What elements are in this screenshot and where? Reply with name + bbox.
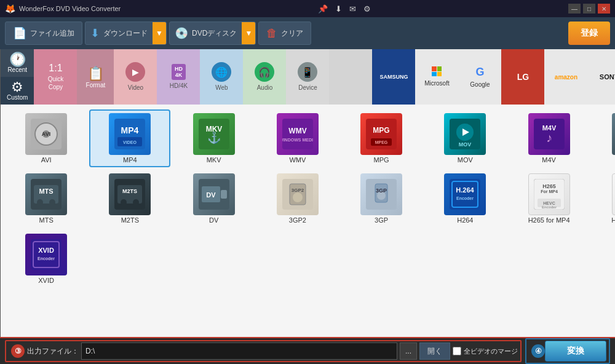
bottom-bar: ③ 出力ファイル： ... 開く 全ビデオのマージ ④ 変換: [0, 337, 615, 364]
format-item-xvid[interactable]: XVID Encoder XVID: [6, 230, 87, 288]
merge-checkbox[interactable]: [453, 347, 461, 355]
hd-icon: HD4K: [172, 64, 186, 80]
format-nav-label: Format: [86, 82, 106, 89]
nav-samsung[interactable]: SAMSUNG: [372, 49, 415, 105]
minimize-button[interactable]: —: [568, 4, 581, 14]
svg-text:XVID: XVID: [38, 247, 54, 254]
format-item-mkv[interactable]: MKV ⚓ MKV: [173, 109, 254, 167]
nav-custom[interactable]: ⚙ Custom: [1, 77, 34, 105]
svg-rect-82: [31, 239, 62, 270]
svg-text:AVI: AVI: [42, 131, 50, 137]
format-item-h265mp4[interactable]: H265 For MP4 HEVC Encoder H265 for MP4: [508, 170, 589, 228]
download-dropdown-arrow[interactable]: ▼: [153, 22, 166, 44]
format-item-dv[interactable]: DV DV: [173, 170, 254, 228]
nav-audio[interactable]: 🎧 Audio: [243, 49, 286, 105]
settings-icon[interactable]: ⚙: [363, 4, 371, 14]
format-item-m4v[interactable]: M4V ♪ M4V: [508, 109, 589, 167]
nav-sony[interactable]: SONY: [587, 49, 615, 105]
nav-device[interactable]: 📱 Device: [286, 49, 329, 105]
download-button[interactable]: ⬇ ダウンロード ▼: [85, 22, 167, 45]
register-button[interactable]: 登録: [568, 22, 610, 45]
m4v-icon: M4V ♪: [528, 113, 570, 155]
format-item-mpg[interactable]: MPG MPEG MPG: [341, 109, 422, 167]
maximize-button[interactable]: □: [583, 4, 595, 14]
browse-button[interactable]: ...: [400, 342, 417, 360]
nav-web[interactable]: 🌐 Web: [200, 49, 243, 105]
svg-text:3GP2: 3GP2: [292, 188, 304, 193]
convert-button[interactable]: 変換: [545, 341, 606, 362]
bottom-section: ③ 出力ファイル： ... 開く 全ビデオのマージ ④ 変換: [5, 338, 610, 364]
3gp2-icon: 3GP2: [277, 173, 319, 215]
svg-text:WINDOWS MEDIA: WINDOWS MEDIA: [282, 138, 313, 142]
close-button[interactable]: ✕: [598, 4, 610, 14]
title-bar: 🦊 WonderFox DVD Video Converter 📌 ⬇ ✉ ⚙ …: [0, 0, 615, 17]
nav-video[interactable]: ▶ Video: [114, 49, 157, 105]
h265mkv-icon: H265 For MKV HEVC Encoder: [612, 173, 615, 215]
add-file-button[interactable]: 📄 ファイル追加: [5, 22, 82, 45]
xvid-icon: XVID Encoder: [25, 234, 67, 275]
open-button[interactable]: 開く: [419, 342, 450, 360]
nav-format[interactable]: 📋 Format: [77, 49, 114, 105]
google-logo: G: [475, 66, 484, 79]
format-item-mts[interactable]: MTS MTS: [6, 170, 87, 228]
format-item-wmv[interactable]: WMV WINDOWS MEDIA WMV: [257, 109, 338, 167]
svg-text:MPEG: MPEG: [375, 140, 388, 144]
nav-lg[interactable]: LG: [501, 49, 544, 105]
format-item-h264[interactable]: H.264 Encoder H264: [424, 170, 506, 228]
right-panel: 🕐 Recent ⚙ Custom 1:1 Quick Copy 📋 Forma…: [1, 49, 615, 337]
audio-icon: 🎧: [255, 62, 274, 82]
avi-icon: AVI: [25, 113, 67, 155]
svg-text:MP4: MP4: [121, 125, 139, 135]
amazon-logo: amazon: [555, 74, 577, 81]
nav-apple[interactable]: [329, 49, 372, 105]
format-nav-icon: 📋: [87, 66, 104, 82]
nav-amazon[interactable]: amazon: [544, 49, 587, 105]
step3-badge: ③: [11, 344, 25, 358]
format-grid: AVI AVI MP4 VIDEO: [1, 105, 615, 337]
nav-recent[interactable]: 🕐 Recent: [1, 49, 34, 77]
nav-microsoft[interactable]: Microsoft: [415, 49, 458, 105]
wmv-icon: WMV WINDOWS MEDIA: [277, 113, 319, 155]
svg-text:DV: DV: [206, 191, 216, 199]
format-item-3gp[interactable]: 3GP 3GP: [341, 170, 422, 228]
format-item-avi[interactable]: AVI AVI: [6, 109, 87, 167]
format-item-m2ts[interactable]: M2TS M2TS: [89, 170, 170, 228]
format-item-3gp2[interactable]: 3GP2 3GP2: [257, 170, 338, 228]
samsung-logo: SAMSUNG: [379, 74, 408, 80]
svg-point-38: [37, 199, 43, 205]
svg-text:3GP: 3GP: [376, 188, 387, 194]
dvd-button[interactable]: 💿 DVDディスク ▼: [169, 22, 256, 45]
svg-text:MOV: MOV: [459, 141, 472, 148]
sony-logo: SONY: [600, 73, 615, 81]
h264-icon: H.264 Encoder: [444, 173, 486, 215]
svg-point-52: [293, 192, 303, 202]
nav-google[interactable]: G Google: [458, 49, 501, 105]
svg-text:VIDEO: VIDEO: [123, 140, 137, 144]
format-nav: 🕐 Recent ⚙ Custom 1:1 Quick Copy 📋 Forma…: [1, 49, 615, 105]
step4-badge: ④: [531, 344, 545, 358]
format-item-mp4[interactable]: MP4 VIDEO MP4: [89, 109, 170, 167]
download-icon[interactable]: ⬇: [335, 4, 342, 14]
lg-logo: LG: [517, 72, 529, 82]
quick-copy-label: Quick Copy: [41, 75, 69, 91]
format-item-h265mkv[interactable]: H265 For MKV HEVC Encoder H265 for MKV: [592, 170, 615, 228]
add-file-icon: 📄: [13, 26, 26, 40]
dvd-dropdown-arrow[interactable]: ▼: [242, 22, 255, 44]
svg-text:Encoder: Encoder: [456, 196, 474, 200]
svg-text:Encoder: Encoder: [542, 205, 557, 209]
svg-text:For MP4: For MP4: [541, 189, 558, 194]
message-icon[interactable]: ✉: [349, 4, 356, 14]
custom-icon: ⚙: [11, 81, 23, 94]
download-icon: ⬇: [90, 26, 100, 40]
pin-icon[interactable]: 📌: [318, 4, 328, 14]
svg-text:H.264: H.264: [456, 186, 475, 194]
format-item-vob[interactable]: VOB VOB: [592, 109, 615, 167]
output-path-input[interactable]: [81, 342, 397, 360]
nav-hd[interactable]: HD4K HD/4K: [157, 49, 200, 105]
clear-button[interactable]: 🗑 クリア: [258, 22, 311, 45]
m2ts-icon: M2TS: [109, 173, 151, 215]
format-item-mov[interactable]: MOV MOV: [424, 109, 506, 167]
dv-icon: DV: [193, 173, 235, 215]
nav-quick-copy[interactable]: 1:1 Quick Copy: [34, 49, 77, 105]
video-icon: ▶: [125, 62, 145, 82]
